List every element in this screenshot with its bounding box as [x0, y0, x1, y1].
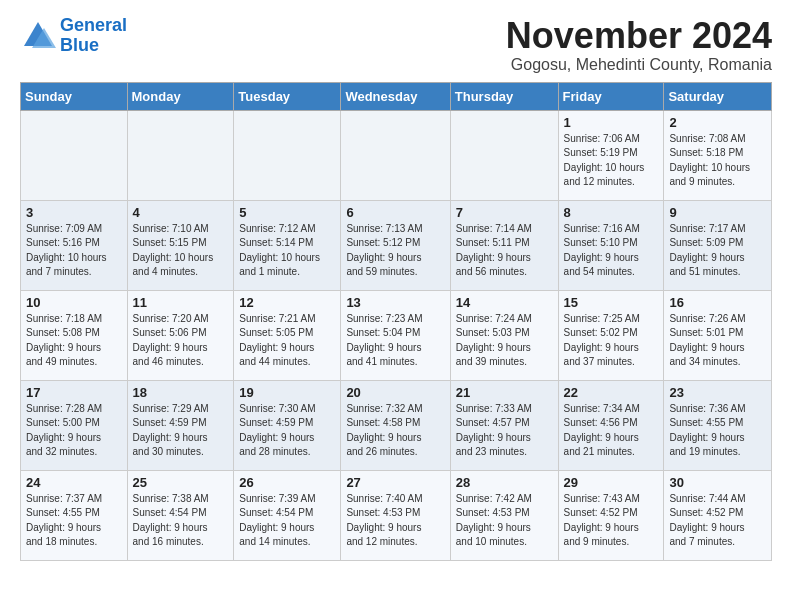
day-number: 28 [456, 475, 553, 490]
calendar-cell: 1Sunrise: 7:06 AM Sunset: 5:19 PM Daylig… [558, 110, 664, 200]
day-number: 16 [669, 295, 766, 310]
calendar-cell: 22Sunrise: 7:34 AM Sunset: 4:56 PM Dayli… [558, 380, 664, 470]
weekday-header: Tuesday [234, 82, 341, 110]
day-number: 15 [564, 295, 659, 310]
calendar-cell [21, 110, 128, 200]
calendar-cell: 20Sunrise: 7:32 AM Sunset: 4:58 PM Dayli… [341, 380, 450, 470]
calendar-cell: 7Sunrise: 7:14 AM Sunset: 5:11 PM Daylig… [450, 200, 558, 290]
day-info: Sunrise: 7:13 AM Sunset: 5:12 PM Dayligh… [346, 222, 444, 280]
calendar-cell: 17Sunrise: 7:28 AM Sunset: 5:00 PM Dayli… [21, 380, 128, 470]
day-info: Sunrise: 7:36 AM Sunset: 4:55 PM Dayligh… [669, 402, 766, 460]
calendar-cell: 15Sunrise: 7:25 AM Sunset: 5:02 PM Dayli… [558, 290, 664, 380]
day-info: Sunrise: 7:42 AM Sunset: 4:53 PM Dayligh… [456, 492, 553, 550]
logo-icon [20, 18, 56, 54]
day-info: Sunrise: 7:21 AM Sunset: 5:05 PM Dayligh… [239, 312, 335, 370]
day-number: 11 [133, 295, 229, 310]
calendar-cell: 27Sunrise: 7:40 AM Sunset: 4:53 PM Dayli… [341, 470, 450, 560]
day-info: Sunrise: 7:08 AM Sunset: 5:18 PM Dayligh… [669, 132, 766, 190]
calendar-cell: 23Sunrise: 7:36 AM Sunset: 4:55 PM Dayli… [664, 380, 772, 470]
calendar-cell [450, 110, 558, 200]
day-number: 1 [564, 115, 659, 130]
weekday-header: Thursday [450, 82, 558, 110]
title-area: November 2024 Gogosu, Mehedinti County, … [506, 16, 772, 74]
day-number: 6 [346, 205, 444, 220]
day-number: 26 [239, 475, 335, 490]
day-number: 21 [456, 385, 553, 400]
calendar-cell [234, 110, 341, 200]
day-info: Sunrise: 7:38 AM Sunset: 4:54 PM Dayligh… [133, 492, 229, 550]
day-number: 12 [239, 295, 335, 310]
day-number: 18 [133, 385, 229, 400]
weekday-header: Sunday [21, 82, 128, 110]
month-title: November 2024 [506, 16, 772, 56]
calendar-cell: 21Sunrise: 7:33 AM Sunset: 4:57 PM Dayli… [450, 380, 558, 470]
calendar-cell: 10Sunrise: 7:18 AM Sunset: 5:08 PM Dayli… [21, 290, 128, 380]
calendar-cell: 13Sunrise: 7:23 AM Sunset: 5:04 PM Dayli… [341, 290, 450, 380]
calendar-cell: 6Sunrise: 7:13 AM Sunset: 5:12 PM Daylig… [341, 200, 450, 290]
day-info: Sunrise: 7:12 AM Sunset: 5:14 PM Dayligh… [239, 222, 335, 280]
calendar-cell: 12Sunrise: 7:21 AM Sunset: 5:05 PM Dayli… [234, 290, 341, 380]
logo-line1: General [60, 15, 127, 35]
location: Gogosu, Mehedinti County, Romania [506, 56, 772, 74]
calendar-cell: 9Sunrise: 7:17 AM Sunset: 5:09 PM Daylig… [664, 200, 772, 290]
day-number: 24 [26, 475, 122, 490]
calendar-cell: 24Sunrise: 7:37 AM Sunset: 4:55 PM Dayli… [21, 470, 128, 560]
day-number: 10 [26, 295, 122, 310]
day-number: 2 [669, 115, 766, 130]
calendar-cell: 19Sunrise: 7:30 AM Sunset: 4:59 PM Dayli… [234, 380, 341, 470]
calendar-cell: 18Sunrise: 7:29 AM Sunset: 4:59 PM Dayli… [127, 380, 234, 470]
calendar-cell: 26Sunrise: 7:39 AM Sunset: 4:54 PM Dayli… [234, 470, 341, 560]
day-info: Sunrise: 7:32 AM Sunset: 4:58 PM Dayligh… [346, 402, 444, 460]
day-info: Sunrise: 7:18 AM Sunset: 5:08 PM Dayligh… [26, 312, 122, 370]
day-info: Sunrise: 7:28 AM Sunset: 5:00 PM Dayligh… [26, 402, 122, 460]
day-number: 27 [346, 475, 444, 490]
weekday-header: Wednesday [341, 82, 450, 110]
calendar-cell: 8Sunrise: 7:16 AM Sunset: 5:10 PM Daylig… [558, 200, 664, 290]
day-info: Sunrise: 7:40 AM Sunset: 4:53 PM Dayligh… [346, 492, 444, 550]
day-info: Sunrise: 7:26 AM Sunset: 5:01 PM Dayligh… [669, 312, 766, 370]
day-info: Sunrise: 7:29 AM Sunset: 4:59 PM Dayligh… [133, 402, 229, 460]
day-info: Sunrise: 7:25 AM Sunset: 5:02 PM Dayligh… [564, 312, 659, 370]
day-number: 8 [564, 205, 659, 220]
day-number: 19 [239, 385, 335, 400]
day-number: 23 [669, 385, 766, 400]
day-info: Sunrise: 7:20 AM Sunset: 5:06 PM Dayligh… [133, 312, 229, 370]
day-number: 22 [564, 385, 659, 400]
day-info: Sunrise: 7:10 AM Sunset: 5:15 PM Dayligh… [133, 222, 229, 280]
day-number: 29 [564, 475, 659, 490]
day-info: Sunrise: 7:30 AM Sunset: 4:59 PM Dayligh… [239, 402, 335, 460]
day-number: 25 [133, 475, 229, 490]
calendar-week-row: 3Sunrise: 7:09 AM Sunset: 5:16 PM Daylig… [21, 200, 772, 290]
day-number: 9 [669, 205, 766, 220]
calendar-week-row: 24Sunrise: 7:37 AM Sunset: 4:55 PM Dayli… [21, 470, 772, 560]
day-info: Sunrise: 7:09 AM Sunset: 5:16 PM Dayligh… [26, 222, 122, 280]
day-number: 17 [26, 385, 122, 400]
logo: General Blue [20, 16, 127, 56]
calendar-cell: 3Sunrise: 7:09 AM Sunset: 5:16 PM Daylig… [21, 200, 128, 290]
day-info: Sunrise: 7:06 AM Sunset: 5:19 PM Dayligh… [564, 132, 659, 190]
day-number: 4 [133, 205, 229, 220]
logo-line2: Blue [60, 35, 99, 55]
weekday-header: Saturday [664, 82, 772, 110]
calendar-cell: 4Sunrise: 7:10 AM Sunset: 5:15 PM Daylig… [127, 200, 234, 290]
calendar-cell [341, 110, 450, 200]
calendar-cell: 14Sunrise: 7:24 AM Sunset: 5:03 PM Dayli… [450, 290, 558, 380]
day-info: Sunrise: 7:34 AM Sunset: 4:56 PM Dayligh… [564, 402, 659, 460]
day-info: Sunrise: 7:16 AM Sunset: 5:10 PM Dayligh… [564, 222, 659, 280]
calendar-week-row: 10Sunrise: 7:18 AM Sunset: 5:08 PM Dayli… [21, 290, 772, 380]
calendar-week-row: 1Sunrise: 7:06 AM Sunset: 5:19 PM Daylig… [21, 110, 772, 200]
day-info: Sunrise: 7:39 AM Sunset: 4:54 PM Dayligh… [239, 492, 335, 550]
weekday-header: Monday [127, 82, 234, 110]
day-info: Sunrise: 7:44 AM Sunset: 4:52 PM Dayligh… [669, 492, 766, 550]
day-info: Sunrise: 7:14 AM Sunset: 5:11 PM Dayligh… [456, 222, 553, 280]
day-info: Sunrise: 7:17 AM Sunset: 5:09 PM Dayligh… [669, 222, 766, 280]
logo-text: General Blue [60, 16, 127, 56]
day-info: Sunrise: 7:24 AM Sunset: 5:03 PM Dayligh… [456, 312, 553, 370]
day-number: 20 [346, 385, 444, 400]
day-number: 3 [26, 205, 122, 220]
calendar-cell: 16Sunrise: 7:26 AM Sunset: 5:01 PM Dayli… [664, 290, 772, 380]
day-number: 14 [456, 295, 553, 310]
day-number: 7 [456, 205, 553, 220]
calendar-cell [127, 110, 234, 200]
day-info: Sunrise: 7:33 AM Sunset: 4:57 PM Dayligh… [456, 402, 553, 460]
